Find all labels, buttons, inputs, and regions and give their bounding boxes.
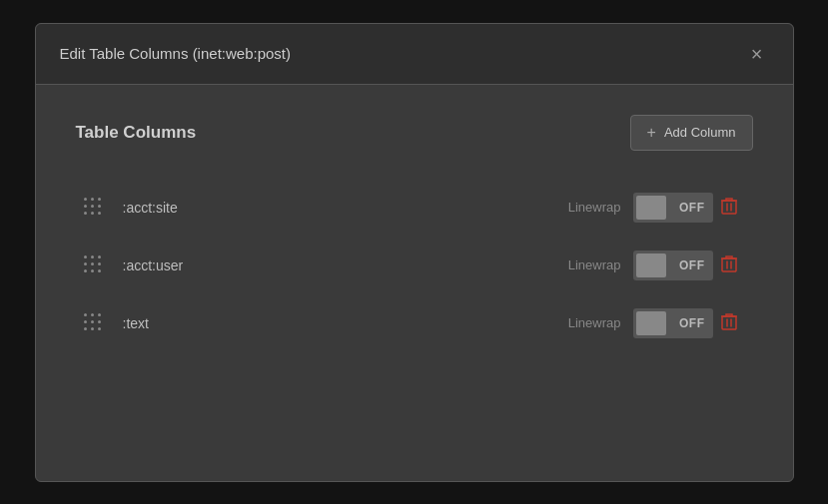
trash-icon [721,256,737,276]
svg-rect-4 [722,258,736,271]
toggle-thumb [636,253,666,277]
dialog-header: Edit Table Columns (inet:web:post) × [36,24,793,85]
delete-column-button[interactable] [713,251,745,279]
dialog-title: Edit Table Columns (inet:web:post) [60,45,292,62]
column-name: :acct:site [123,200,568,216]
trash-icon [721,314,737,334]
linewrap-toggle[interactable]: OFF [633,251,713,280]
delete-column-button[interactable] [713,193,745,222]
column-name: :acct:user [123,257,568,273]
delete-column-button[interactable] [713,308,745,337]
linewrap-label: Linewrap [568,315,621,330]
table-row: :acct:userLinewrapOFF [76,239,753,292]
drag-handle-icon[interactable] [84,313,103,332]
trash-icon [721,199,737,219]
svg-rect-0 [722,201,736,214]
svg-rect-8 [722,316,736,329]
close-button[interactable]: × [745,42,769,66]
drag-handle-icon[interactable] [84,198,103,217]
table-row: :textLinewrapOFF [76,296,753,350]
drag-handle-icon[interactable] [84,255,103,274]
add-column-button[interactable]: + Add Column [630,115,753,151]
toggle-off-label: OFF [679,316,705,330]
table-row: :acct:siteLinewrapOFF [76,181,753,235]
linewrap-toggle[interactable]: OFF [633,193,713,223]
section-title: Table Columns [76,123,197,143]
toggle-thumb [636,311,666,335]
toggle-off-label: OFF [679,201,705,215]
linewrap-toggle[interactable]: OFF [633,308,713,338]
linewrap-label: Linewrap [568,200,621,215]
columns-list: :acct:siteLinewrapOFF :acct:userLinewrap… [76,181,753,350]
section-header: Table Columns + Add Column [76,115,753,151]
toggle-thumb [636,196,666,220]
plus-icon: + [647,124,656,142]
linewrap-label: Linewrap [568,257,621,272]
dialog: Edit Table Columns (inet:web:post) × Tab… [35,23,794,482]
column-name: :text [123,315,568,331]
dialog-body: Table Columns + Add Column :acct:siteLin… [36,85,793,481]
add-column-label: Add Column [664,125,736,140]
toggle-off-label: OFF [679,258,705,272]
